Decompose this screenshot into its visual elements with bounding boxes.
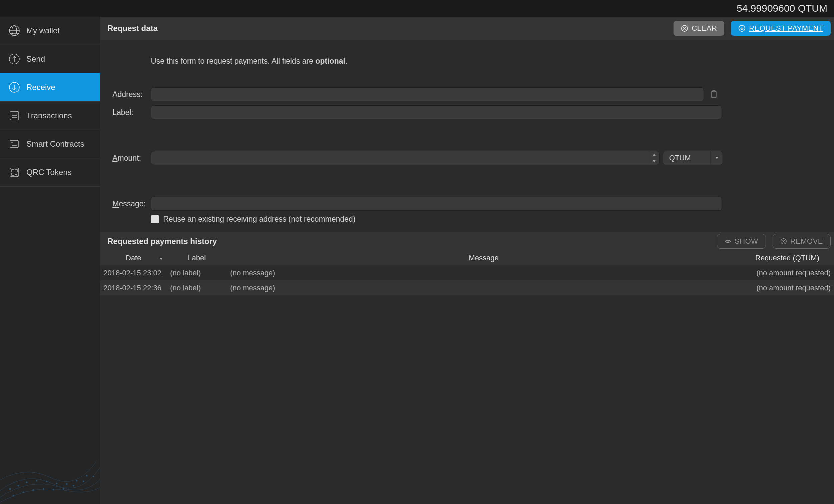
smart-contracts-icon (8, 138, 20, 150)
amount-step-down[interactable] (649, 158, 659, 165)
clear-icon (681, 25, 688, 32)
sidebar-item-my-wallet[interactable]: My wallet (0, 17, 100, 45)
svg-marker-47 (653, 154, 656, 156)
svg-marker-49 (716, 157, 718, 159)
history-header: Requested payments history SHOW REMOVE (100, 232, 834, 250)
clear-button-label: CLEAR (692, 24, 717, 33)
sidebar-item-label: Receive (26, 83, 56, 92)
app-root: 54.99909600 QTUM My wallet Send Receive (0, 0, 834, 504)
remove-button[interactable]: REMOVE (773, 234, 831, 249)
svg-point-14 (12, 142, 13, 143)
instruction-prefix: Use this form to request payments. All f… (151, 57, 315, 65)
cell-requested: (no amount requested) (741, 280, 834, 295)
label-input[interactable] (151, 105, 722, 119)
col-message-header[interactable]: Message (227, 250, 741, 265)
globe-icon (8, 25, 20, 37)
amount-spinner (649, 151, 660, 165)
svg-point-22 (9, 488, 11, 490)
show-button[interactable]: SHOW (717, 234, 766, 249)
amount-label: Amount: (107, 154, 151, 163)
cell-date: 2018-02-15 22:36 (100, 280, 167, 295)
svg-point-24 (26, 482, 28, 483)
header-buttons: CLEAR REQUEST PAYMENT (674, 21, 831, 36)
history-header-row: Date Label Message Requested (QTUM) (100, 250, 834, 265)
panel-title: Request data (107, 24, 158, 33)
main-area: My wallet Send Receive Transactions (0, 17, 834, 504)
remove-button-label: REMOVE (790, 237, 823, 246)
clipboard-icon (710, 90, 718, 99)
currency-select-label: QTUM (669, 154, 691, 162)
reuse-address-checkbox[interactable] (151, 215, 159, 223)
qrc-tokens-icon (8, 166, 20, 178)
show-button-label: SHOW (734, 237, 758, 246)
table-row[interactable]: 2018-02-15 23:02 (no label) (no message)… (100, 265, 834, 280)
sort-desc-icon (159, 254, 163, 262)
message-input[interactable] (151, 197, 722, 211)
col-date-label: Date (126, 254, 141, 262)
svg-point-23 (18, 485, 19, 487)
sidebar-item-qrc-tokens[interactable]: QRC Tokens (0, 158, 100, 187)
svg-point-33 (33, 489, 35, 491)
request-form: Use this form to request payments. All f… (100, 40, 834, 232)
col-date-header[interactable]: Date (100, 250, 167, 265)
svg-point-26 (46, 481, 48, 482)
sidebar-item-label: Send (26, 54, 45, 64)
request-payment-icon (738, 25, 746, 32)
svg-point-36 (63, 488, 64, 490)
history-section: Requested payments history SHOW REMOVE (100, 232, 834, 504)
sidebar-decorative-art (0, 371, 100, 504)
eye-icon (725, 238, 731, 245)
message-row: Message: (107, 197, 827, 211)
form-instruction: Use this form to request payments. All f… (107, 57, 827, 87)
sidebar-item-receive[interactable]: Receive (0, 73, 100, 102)
amount-input[interactable] (151, 151, 649, 165)
svg-point-30 (86, 475, 88, 477)
svg-point-37 (73, 485, 74, 487)
sidebar-item-label: QRC Tokens (26, 168, 72, 177)
cell-message: (no message) (227, 280, 741, 295)
svg-rect-16 (10, 168, 19, 177)
cell-message: (no message) (227, 265, 741, 280)
amount-step-up[interactable] (649, 151, 659, 158)
address-input[interactable] (151, 87, 704, 101)
col-requested-header[interactable]: Requested (QTUM) (741, 250, 834, 265)
reuse-address-label: Reuse an existing receiving address (not… (163, 215, 356, 224)
cell-date: 2018-02-15 23:02 (100, 265, 167, 280)
sidebar-item-transactions[interactable]: Transactions (0, 102, 100, 130)
history-title: Requested payments history (107, 237, 217, 246)
svg-rect-17 (12, 170, 14, 172)
chevron-down-icon (653, 160, 656, 163)
remove-icon (780, 238, 787, 245)
svg-point-39 (93, 476, 94, 478)
amount-input-wrap (151, 151, 660, 165)
col-label-header[interactable]: Label (167, 250, 227, 265)
sidebar: My wallet Send Receive Transactions (0, 17, 100, 504)
svg-point-25 (36, 480, 38, 482)
label-row: Label: (107, 105, 827, 119)
request-payment-button[interactable]: REQUEST PAYMENT (731, 21, 831, 36)
currency-select[interactable]: QTUM (663, 151, 723, 165)
chevron-down-icon (710, 151, 723, 165)
reuse-address-row: Reuse an existing receiving address (not… (107, 215, 827, 224)
svg-point-28 (66, 483, 68, 485)
request-data-header: Request data CLEAR REQUEST PAYMENT (100, 17, 834, 40)
svg-point-50 (727, 240, 729, 242)
sidebar-item-send[interactable]: Send (0, 45, 100, 73)
sidebar-item-smart-contracts[interactable]: Smart Contracts (0, 130, 100, 158)
clear-button[interactable]: CLEAR (674, 21, 724, 36)
svg-rect-18 (12, 173, 14, 175)
table-row[interactable]: 2018-02-15 22:36 (no label) (no message)… (100, 280, 834, 295)
svg-point-27 (56, 483, 58, 484)
svg-rect-13 (10, 140, 19, 148)
cell-requested: (no amount requested) (741, 265, 834, 280)
paste-address-button[interactable] (709, 89, 719, 99)
send-icon (8, 53, 20, 65)
history-table-wrap: Date Label Message Requested (QTUM) 2018… (100, 250, 834, 504)
label-label: Label: (107, 108, 151, 117)
svg-marker-48 (653, 160, 656, 162)
instruction-suffix: . (345, 57, 347, 65)
amount-row: Amount: QTUM (107, 151, 827, 165)
receive-icon (8, 81, 20, 93)
request-payment-button-label: REQUEST PAYMENT (749, 24, 823, 33)
svg-rect-45 (711, 91, 716, 98)
